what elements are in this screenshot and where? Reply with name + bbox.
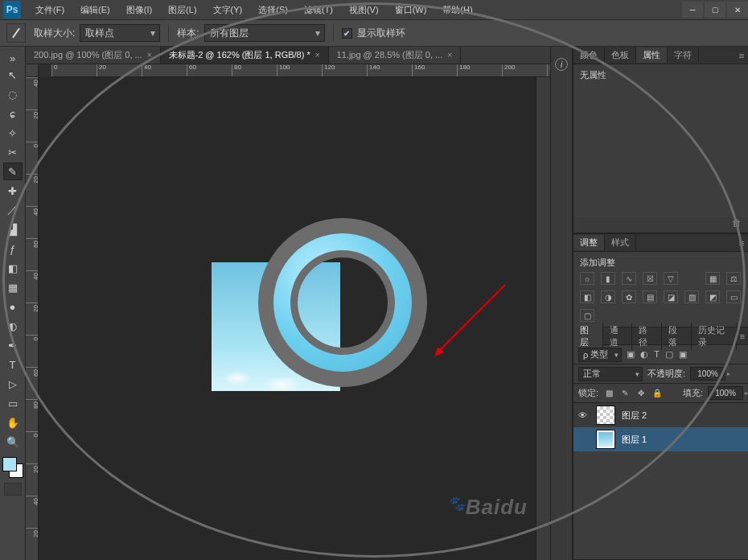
toolbox-collapse-icon[interactable]: » <box>3 51 23 64</box>
app-logo: Ps <box>3 1 21 19</box>
layer-list: 👁 图层 2 图层 1 <box>573 403 748 451</box>
panel-tab-properties[interactable]: 属性 <box>636 47 668 63</box>
layer-row[interactable]: 👁 图层 2 <box>573 403 748 427</box>
right-panels: 颜色 色板 属性 字符 无属性 🗑 调整 样式 添加调整 ☼ ▮ <box>573 47 748 560</box>
sample-size-combo[interactable]: 取样点 <box>80 24 160 42</box>
panel-menu-icon[interactable] <box>735 51 748 60</box>
quick-mask-toggle[interactable] <box>4 483 22 496</box>
panel-tab-swatches[interactable]: 色板 <box>605 47 636 63</box>
sample-size-label: 取样大小: <box>34 27 75 40</box>
foreground-color-swatch[interactable] <box>2 457 17 471</box>
window-minimize-button[interactable] <box>682 2 703 18</box>
zoom-tool[interactable]: 🔍 <box>3 433 23 451</box>
separator <box>168 24 169 42</box>
hand-tool[interactable]: ✋ <box>3 414 23 431</box>
menu-edit[interactable]: 编辑(E) <box>72 0 118 19</box>
window-maximize-button[interactable] <box>705 2 725 18</box>
layer-thumbnail[interactable] <box>596 406 615 425</box>
eyedropper-tool[interactable]: ✎ <box>3 163 23 180</box>
move-tool[interactable]: ↖ <box>3 66 23 84</box>
panel-tab-character[interactable]: 字符 <box>668 47 699 63</box>
ruler-origin[interactable] <box>26 64 39 77</box>
document-tab[interactable]: 200.jpg @ 100% (图层 0, ...× <box>26 47 161 64</box>
menu-file[interactable]: 文件(F) <box>27 0 72 19</box>
window-controls <box>680 2 748 18</box>
eyedropper-icon <box>15 27 17 39</box>
color-swatches[interactable] <box>2 457 23 478</box>
path-select-tool[interactable]: ▷ <box>3 375 23 393</box>
layers-panel: 图层 通道 路径 段落 历史记录 ρ 类型 ▣ ◐ T ▢ ▣ <box>573 327 748 560</box>
window-close-button[interactable] <box>727 2 748 18</box>
shape-tool[interactable]: ▭ <box>3 394 23 412</box>
layer-thumbnail[interactable] <box>596 430 615 449</box>
menu-type[interactable]: 文字(Y) <box>205 0 251 19</box>
current-tool-indicator[interactable] <box>6 23 26 43</box>
marquee-tool[interactable]: ◌ <box>3 85 23 103</box>
menu-layer[interactable]: 图层(L) <box>160 0 204 19</box>
magic-wand-tool[interactable]: ✧ <box>3 124 23 142</box>
menu-image[interactable]: 图像(I) <box>118 0 160 19</box>
document-tab-label: 200.jpg @ 100% (图层 0, ... <box>34 49 142 61</box>
lasso-tool[interactable]: ɕ <box>3 105 23 122</box>
crop-tool[interactable]: ✂ <box>3 143 23 161</box>
